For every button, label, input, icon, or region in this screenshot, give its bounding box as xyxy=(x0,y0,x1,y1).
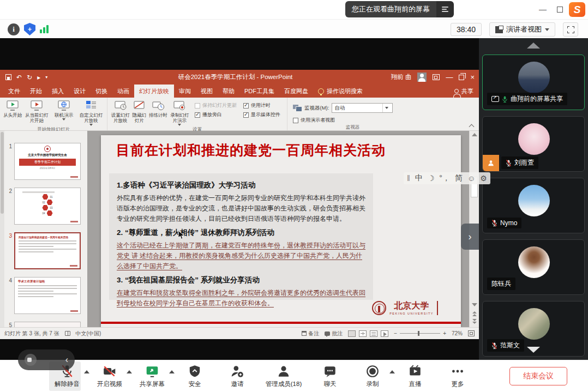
scroll-down-icon[interactable] xyxy=(472,303,477,306)
ime-simplified-icon[interactable]: 简 xyxy=(455,173,463,183)
ppt-restore-button[interactable] xyxy=(459,75,464,80)
fit-to-window-icon[interactable] xyxy=(468,330,475,336)
more-button[interactable]: 更多 xyxy=(436,361,479,391)
record-options-caret[interactable] xyxy=(389,370,395,373)
zoom-percentage[interactable]: 72% xyxy=(452,330,463,336)
tab-file[interactable]: 文件 xyxy=(3,85,25,98)
participant-tile[interactable]: 刘雨萱 xyxy=(482,116,585,172)
video-options-caret[interactable] xyxy=(127,370,132,373)
zoom-out-button[interactable]: − xyxy=(394,330,397,336)
tab-review[interactable]: 审阅 xyxy=(174,85,196,98)
save-icon[interactable] xyxy=(5,74,11,80)
slide-thumbnail-5[interactable] xyxy=(14,322,81,327)
sidebar-expand-handle[interactable]: › xyxy=(461,224,479,250)
tab-view[interactable]: 视图 xyxy=(196,85,218,98)
chat-button[interactable]: 聊天 xyxy=(309,361,351,391)
from-beginning-button[interactable]: 从头开始 xyxy=(2,99,23,118)
thumbnail-scrollbar[interactable] xyxy=(0,131,4,327)
scroll-participants-down-icon[interactable] xyxy=(527,347,540,353)
participant-tile[interactable]: Nymo xyxy=(482,178,585,233)
pill-collapse-icon[interactable]: ‹ xyxy=(65,355,68,365)
tab-animations[interactable]: 动画 xyxy=(112,85,134,98)
scroll-participants-up-icon[interactable] xyxy=(527,43,540,49)
comments-button[interactable]: 批注 xyxy=(325,330,343,337)
show-media-controls-checkbox[interactable]: 显示媒体控件 xyxy=(243,111,280,118)
zoom-slider[interactable] xyxy=(400,333,440,334)
tab-home[interactable]: 开始 xyxy=(25,85,47,98)
tab-insert[interactable]: 插入 xyxy=(47,85,69,98)
share-options-caret[interactable] xyxy=(169,370,175,373)
monitor-dropdown[interactable]: 自动 xyxy=(332,103,393,113)
ime-punctuation-icon[interactable]: °， xyxy=(439,173,450,183)
participant-tile-sharing[interactable]: 曲翔前的屏幕共享 xyxy=(482,55,585,110)
undo-icon[interactable]: ↶ xyxy=(16,74,22,81)
slide-thumbnail-1[interactable]: 北京大学外国语学院研究生会 春季学期工作计划 2021年3月4日 xyxy=(14,143,81,180)
current-slide[interactable]: 目前在计划和推进的建党一百周年相关活动 1.多语种《习近平谈治国理政》大学习活动… xyxy=(101,135,461,327)
meeting-info-icon[interactable]: i xyxy=(8,23,20,35)
view-mode-dropdown[interactable]: 演讲者视图 xyxy=(489,22,555,37)
rehearse-timings-button[interactable]: 排练计时 xyxy=(147,99,169,118)
tab-pdf-tools[interactable]: PDF工具集 xyxy=(239,85,279,98)
next-slide-button[interactable] xyxy=(472,318,477,324)
ime-halfwidth-icon[interactable]: ☽ xyxy=(428,174,435,183)
manage-participants-button[interactable]: 管理成员(18) xyxy=(259,361,309,391)
live-stream-button[interactable]: 直播 xyxy=(394,361,436,391)
record-button[interactable]: 录制 xyxy=(351,361,394,391)
tab-design[interactable]: 设计 xyxy=(69,85,91,98)
ime-drag-handle[interactable]: ‖ xyxy=(407,174,410,183)
hide-slide-button[interactable]: 隐藏幻灯片 xyxy=(131,99,147,123)
security-button[interactable]: 安全 xyxy=(173,361,216,391)
ppt-share-button[interactable]: 共享 xyxy=(454,85,473,98)
notes-button[interactable]: 备注 xyxy=(302,330,319,337)
ppt-minimize-button[interactable]: — xyxy=(446,73,453,81)
slide-thumbnail-2[interactable]: 01 02 03 04 xyxy=(14,188,81,225)
slide-thumbnail-3-selected[interactable]: 目前在计划和推进的建党一百周年相关活动 xyxy=(14,232,81,269)
ppt-close-button[interactable]: × xyxy=(470,73,475,81)
zoom-in-button[interactable]: + xyxy=(443,330,446,336)
custom-slideshow-button[interactable]: 自定义幻灯片放映 xyxy=(77,99,105,126)
tab-help[interactable]: 帮助 xyxy=(218,85,239,98)
mic-options-caret[interactable] xyxy=(84,370,89,373)
tab-baidu-pan[interactable]: 百度网盘 xyxy=(279,85,313,98)
qat-more-icon[interactable]: ▾ xyxy=(45,75,47,80)
use-presenter-view-checkbox[interactable]: 使用演示者视图 xyxy=(293,117,335,124)
redo-icon[interactable]: ↻ xyxy=(27,74,32,81)
tab-slideshow[interactable]: 幻灯片放映 xyxy=(134,85,174,98)
present-online-button[interactable]: 联机演示 xyxy=(50,99,77,120)
reading-view-button[interactable] xyxy=(370,330,377,337)
ribbon-display-options-icon[interactable] xyxy=(433,74,440,80)
tab-transitions[interactable]: 切换 xyxy=(91,85,112,98)
keep-slides-updated-checkbox[interactable]: 保持幻灯片更新 xyxy=(195,102,237,109)
fullscreen-button[interactable] xyxy=(563,22,578,37)
language-indicator[interactable]: 中文(中国) xyxy=(76,330,101,337)
slide-sorter-view-button[interactable] xyxy=(359,330,367,337)
slideshow-view-button[interactable] xyxy=(381,330,388,337)
play-narrations-checkbox[interactable]: 播放旁白 xyxy=(195,111,237,118)
zoom-control[interactable]: − + xyxy=(394,330,446,336)
setup-slideshow-button[interactable]: 设置幻灯片放映 xyxy=(110,99,131,123)
sogou-ime-icon[interactable]: S xyxy=(569,2,585,17)
ime-toolbar[interactable]: ‖ 中 ☽ °， 简 ☺ ⚙ xyxy=(404,172,490,184)
normal-view-button[interactable] xyxy=(348,330,356,337)
start-slideshow-icon[interactable]: ▸ xyxy=(37,74,40,81)
participant-tile[interactable]: 陈钰兵 xyxy=(482,239,585,295)
from-current-slide-button[interactable]: 从当前幻灯片开始 xyxy=(23,99,50,123)
security-shield-icon[interactable]: + xyxy=(24,23,35,35)
share-screen-button[interactable]: 共享屏幕 xyxy=(131,361,173,391)
ime-settings-gear-icon[interactable]: ⚙ xyxy=(480,174,487,183)
end-meeting-button[interactable]: 结束会议 xyxy=(509,367,567,385)
ppt-user-avatar[interactable] xyxy=(417,73,427,82)
tell-me-search[interactable]: 操作说明搜索 xyxy=(313,85,368,98)
maximize-button[interactable] xyxy=(553,3,566,15)
previous-slide-button[interactable] xyxy=(472,311,477,316)
use-timings-checkbox[interactable]: 使用计时 xyxy=(243,102,280,109)
banner-menu-button[interactable] xyxy=(436,1,454,17)
record-slideshow-button[interactable]: 录制幻灯片演示 xyxy=(169,99,190,126)
collapse-ribbon-icon[interactable] xyxy=(470,123,475,128)
floating-meeting-pill[interactable]: ‹ xyxy=(18,349,75,370)
slide-thumbnail-4[interactable]: 学术工作更有计划性 xyxy=(14,277,81,314)
invite-button[interactable]: 邀请 xyxy=(216,361,259,391)
spellcheck-icon[interactable] xyxy=(65,331,70,336)
minimize-button[interactable]: — xyxy=(536,3,549,15)
scroll-up-icon[interactable] xyxy=(472,133,477,136)
